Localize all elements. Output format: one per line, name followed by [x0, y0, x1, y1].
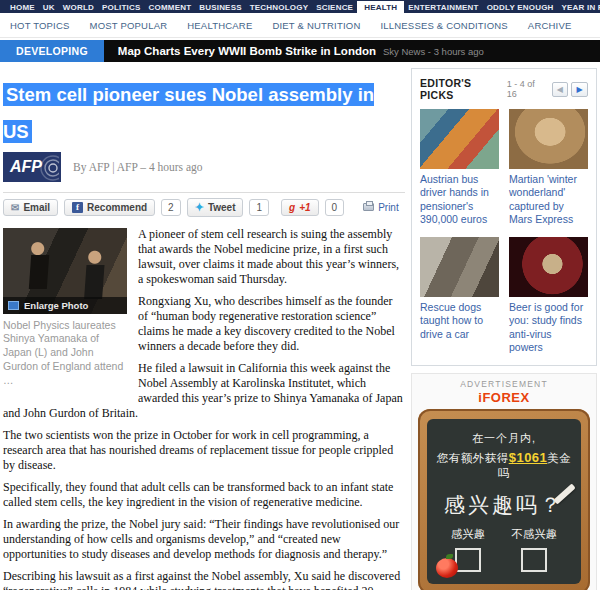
ad-text-line3: 感兴趣吗？	[433, 491, 575, 519]
page-title: Stem cell pioneer sues Nobel assembly in…	[3, 72, 405, 146]
advertisement-section: ADVERTISEMENT iFOREX 在一个月内, 您有额外获得$1061美…	[411, 373, 597, 590]
ad-amount: $1061	[509, 450, 548, 465]
ad-option-not-interested[interactable]: 不感兴趣	[511, 527, 557, 574]
ad-line2-pre: 您有额外获得	[437, 452, 509, 464]
print-icon	[363, 203, 374, 211]
iforex-logo[interactable]: iFOREX	[418, 390, 590, 405]
ad-checkbox-yes[interactable]	[455, 548, 481, 572]
article-paragraph: In awarding the prize, the Nobel jury sa…	[3, 517, 405, 562]
subnav-most-popular[interactable]: MOST POPULAR	[90, 20, 168, 31]
editors-picks-title: EDITOR'S PICKS	[420, 77, 507, 101]
editors-picks-next-button[interactable]: ▶	[571, 82, 588, 97]
nav-item-world[interactable]: WORLD	[59, 1, 98, 13]
divider	[3, 192, 405, 193]
ad-text-line1: 在一个月内,	[433, 431, 575, 446]
advertisement-label: ADVERTISEMENT	[418, 379, 590, 389]
pick-caption: Rescue dogs taught how to drive a car	[420, 301, 499, 341]
google-plus-one-button[interactable]: g +1	[281, 199, 319, 216]
subnav-hot-topics[interactable]: HOT TOPICS	[10, 20, 70, 31]
article-paragraph: Specifically, they found that adult cell…	[3, 480, 405, 510]
article-body: Enlarge Photo Nobel Physics laureates Sh…	[3, 227, 405, 590]
beer-thumbnail	[509, 237, 588, 297]
editors-picks-panel: EDITOR'S PICKS 1 - 4 of 16 ◀ ▶ Austrian …	[411, 68, 597, 366]
tweet-button[interactable]: ✦ Tweet	[187, 198, 244, 217]
developing-source: Sky News - 3 hours ago	[383, 46, 484, 57]
subnav-archive[interactable]: ARCHIVE	[528, 20, 572, 31]
print-button[interactable]: Print	[356, 200, 406, 215]
subnav-diet-nutrition[interactable]: DIET & NUTRITION	[272, 20, 360, 31]
tweet-count: 1	[249, 199, 269, 216]
email-label: Email	[23, 202, 50, 213]
email-icon: ✉	[11, 202, 19, 213]
developing-headline-link[interactable]: Map Charts Every WWII Bomb Strike in Lon…	[118, 45, 376, 57]
enlarge-photo-label: Enlarge Photo	[24, 300, 88, 311]
nav-item-health-active[interactable]: HEALTH	[357, 1, 404, 13]
editors-pick-item[interactable]: Beer is good for you: study finds anti-v…	[509, 237, 588, 355]
pick-caption: Beer is good for you: study finds anti-v…	[509, 301, 588, 355]
top-navigation: HOME UK WORLD POLITICS COMMENT BUSINESS …	[0, 0, 600, 13]
editors-pick-item[interactable]: Austrian bus driver hands in pensioner's…	[420, 109, 499, 227]
gplus-count: 0	[325, 199, 345, 216]
facebook-icon: f	[72, 202, 83, 213]
recommend-count: 2	[161, 199, 181, 216]
pick-caption: Austrian bus driver hands in pensioner's…	[420, 173, 499, 227]
sidebar: EDITOR'S PICKS 1 - 4 of 16 ◀ ▶ Austrian …	[411, 68, 597, 590]
gplus-icon: g	[289, 202, 295, 213]
apple-graphic	[436, 558, 458, 578]
afp-globe-icon	[33, 155, 59, 181]
nav-item-comment[interactable]: COMMENT	[145, 1, 196, 13]
editors-pick-item[interactable]: Martian 'winter wonderland' captured by …	[509, 109, 588, 227]
nav-item-science[interactable]: SCIENCE	[312, 1, 357, 13]
byline: By AFP | AFP – 4 hours ago	[73, 161, 203, 173]
ad-checkbox-no[interactable]	[521, 548, 547, 572]
facebook-recommend-button[interactable]: f Recommend	[64, 199, 155, 216]
developing-ticker: DEVELOPING Map Charts Every WWII Bomb St…	[0, 40, 600, 62]
article-column: Stem cell pioneer sues Nobel assembly in…	[3, 68, 405, 590]
nav-item-year-in-review[interactable]: YEAR IN REVIEW	[558, 1, 600, 13]
article-paragraph: The two scientists won the prize in Octo…	[3, 428, 405, 473]
nav-item-uk[interactable]: UK	[39, 1, 59, 13]
developing-badge: DEVELOPING	[0, 40, 104, 62]
share-toolbar: ✉ Email f Recommend 2 ✦ Tweet 1 g +1 0	[3, 198, 405, 217]
nav-item-entertainment[interactable]: ENTERTAINMENT	[404, 1, 482, 13]
nav-item-oddly-enough[interactable]: ODDLY ENOUGH	[483, 1, 558, 13]
mars-thumbnail	[509, 109, 588, 169]
tweet-label: Tweet	[208, 202, 236, 213]
editors-picks-prev-button[interactable]: ◀	[552, 82, 569, 97]
nav-item-business[interactable]: BUSINESS	[195, 1, 246, 13]
editors-picks-pagination: 1 - 4 of 16 ◀ ▶	[507, 79, 588, 99]
dog-driving-thumbnail	[420, 237, 499, 297]
sub-navigation: HOT TOPICS MOST POPULAR HEALTHCARE DIET …	[0, 13, 600, 38]
email-button[interactable]: ✉ Email	[3, 199, 58, 216]
article-paragraph: Describing his lawsuit as a first agains…	[3, 569, 405, 590]
subnav-healthcare[interactable]: HEALTHCARE	[187, 20, 252, 31]
nav-item-home[interactable]: HOME	[6, 1, 39, 13]
twitter-icon: ✦	[195, 201, 204, 214]
editors-picks-page-count: 1 - 4 of 16	[507, 79, 547, 99]
nav-item-technology[interactable]: TECHNOLOGY	[246, 1, 312, 13]
print-label: Print	[378, 202, 399, 213]
nav-item-politics[interactable]: POLITICS	[98, 1, 145, 13]
subnav-illnesses-conditions[interactable]: ILLNESSES & CONDITIONS	[380, 20, 507, 31]
article-photo-figure: Enlarge Photo Nobel Physics laureates Sh…	[3, 228, 127, 388]
euros-thumbnail	[420, 109, 499, 169]
gplus-label: +1	[299, 202, 310, 213]
enlarge-photo-button[interactable]: Enlarge Photo	[3, 297, 127, 314]
recommend-label: Recommend	[87, 202, 147, 213]
afp-logo[interactable]: AFP	[3, 152, 61, 182]
enlarge-photo-icon	[8, 301, 19, 310]
pick-caption: Martian 'winter wonderland' captured by …	[509, 173, 588, 227]
ad-option-no-label: 不感兴趣	[511, 528, 557, 540]
ad-text-line2: 您有额外获得$1061美金吗	[433, 450, 575, 481]
article-photo[interactable]: Enlarge Photo	[3, 228, 127, 314]
ad-option-yes-label: 感兴趣	[451, 528, 486, 540]
editors-pick-item[interactable]: Rescue dogs taught how to drive a car	[420, 237, 499, 355]
ad-chalkboard[interactable]: 在一个月内, 您有额外获得$1061美金吗 感兴趣吗？ 感兴趣 不感兴趣	[418, 409, 590, 590]
photo-caption: Nobel Physics laureates Shinya Yamanaka …	[3, 319, 127, 388]
